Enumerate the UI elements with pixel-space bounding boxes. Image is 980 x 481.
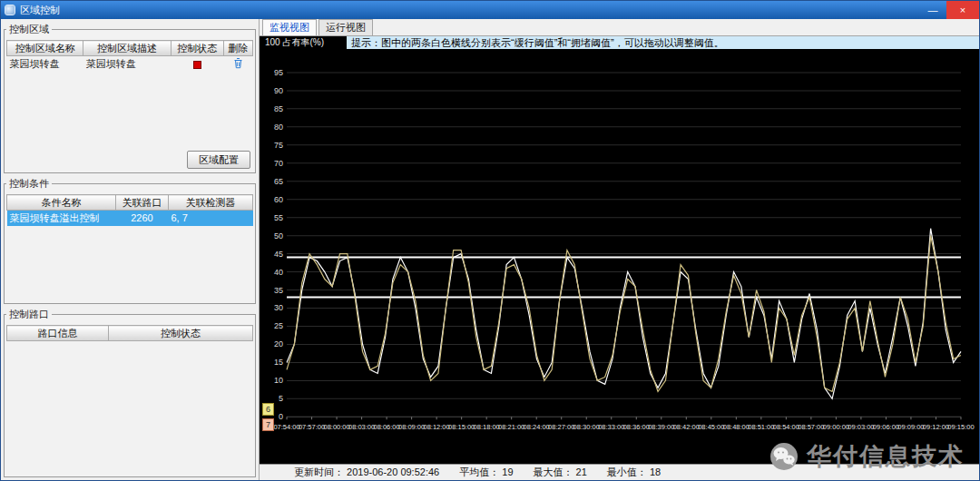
condition-name: 菜园坝转盘溢出控制 [7,211,116,226]
average-number: 19 [502,466,513,477]
x-tick-label: 08:12:00 [424,423,450,431]
min-value: 最小值： 18 [607,466,661,479]
control-junction-legend: 控制路口 [6,308,52,321]
control-region-group: 控制区域 控制区域名称控制区域描述控制状态删除 菜园坝转盘菜园坝转盘 区域配置 [4,23,256,173]
x-tick-label: 08:45:00 [698,423,724,431]
y-tick-label: 25 [274,322,283,331]
x-tick-label: 08:48:00 [723,423,750,431]
y-tick-label: 30 [274,304,283,313]
x-tick-label: 09:15:00 [947,423,974,431]
y-tick-label: 40 [274,268,283,277]
x-tick-label: 08:30:00 [573,423,600,431]
y-tick-label: 70 [274,159,283,168]
y-top-tick: 100 [265,37,280,47]
control-junction-table: 路口信息控制状态 [6,325,253,341]
x-tick-label: 08:57:00 [798,423,824,431]
y-tick-label: 55 [274,213,283,222]
control-condition-group: 控制条件 条件名称关联路口关联检测器 菜园坝转盘溢出控制22606, 7 [4,177,256,304]
x-tick-label: 08:27:00 [548,423,574,431]
x-tick-label: 08:18:00 [474,423,500,431]
x-tick-label: 08:42:00 [673,423,700,431]
x-tick-label: 09:03:00 [848,423,874,431]
delete-trash-icon[interactable] [233,57,243,69]
min-number: 18 [650,466,661,477]
y-tick-label: 95 [274,68,283,77]
region-row[interactable]: 菜园坝转盘菜园坝转盘 [7,56,253,72]
app-icon [5,5,15,15]
x-tick-label: 09:00:00 [823,423,849,431]
x-tick-label: 08:03:00 [348,423,375,431]
watermark-text: 华付信息技术 [807,440,965,473]
chart-area: 100 占有率(%) 提示：图中的两条白色横线分别表示“缓行阈值”和“拥堵阈值”… [260,35,979,480]
x-tick-label: 08:00:00 [323,423,349,431]
y-tick-label: 60 [274,195,283,204]
y-tick-label: 65 [274,177,283,186]
region-config-button[interactable]: 区域配置 [187,151,250,169]
max-label: 最大值： [534,466,576,477]
min-label: 最小值： [607,466,650,477]
threshold-hint: 提示：图中的两条白色横线分别表示“缓行阈值”和“拥堵阈值”，可以拖动以调整阈值。 [347,36,979,49]
control-region-table: 控制区域名称控制区域描述控制状态删除 菜园坝转盘菜园坝转盘 [6,40,253,72]
y-tick-label: 50 [274,231,283,240]
control-status-icon[interactable] [193,61,201,69]
tab-run-view[interactable]: 运行视图 [318,19,373,35]
x-tick-label: 09:12:00 [923,423,949,431]
tab-monitor-view[interactable]: 监视视图 [262,19,317,35]
y-tick-label: 5 [279,394,283,403]
close-button[interactable]: × [946,1,979,19]
wechat-logo-icon [769,441,801,472]
app-window: 区域控制 — × 控制区域 控制区域名称控制区域描述控制状态删除 菜园坝转盘菜园… [0,0,980,481]
average-value: 平均值： 19 [459,466,513,479]
x-tick-label: 08:51:00 [748,423,774,431]
y-tick-label: 15 [274,358,283,367]
junction-col-header: 路口信息 [7,326,109,341]
control-condition-table: 条件名称关联路口关联检测器 菜园坝转盘溢出控制22606, 7 [6,194,253,226]
detector-7-badge[interactable]: 7 [262,418,274,431]
condition-junction: 2260 [116,211,169,226]
x-tick-label: 08:21:00 [498,423,524,431]
average-label: 平均值： [459,466,502,477]
condition-col-header: 关联路口 [116,195,169,211]
y-tick-label: 45 [274,250,283,259]
y-tick-label: 0 [279,412,283,421]
right-panel: 监视视图运行视图 100 占有率(%) 提示：图中的两条白色横线分别表示“缓行阈… [260,19,979,480]
region-name: 菜园坝转盘 [7,56,83,72]
condition-col-header: 关联检测器 [169,195,253,211]
left-panel: 控制区域 控制区域名称控制区域描述控制状态删除 菜园坝转盘菜园坝转盘 区域配置 … [1,19,260,480]
condition-row[interactable]: 菜园坝转盘溢出控制22606, 7 [7,211,253,226]
x-tick-label: 08:36:00 [623,423,650,431]
detector-6-badge[interactable]: 6 [262,403,274,416]
x-tick-label: 08:33:00 [598,423,624,431]
y-tick-label: 75 [274,141,283,150]
y-tick-label: 90 [274,86,283,95]
max-number: 21 [576,466,587,477]
chart-header: 100 占有率(%) 提示：图中的两条白色横线分别表示“缓行阈值”和“拥堵阈值”… [260,36,979,49]
y-tick-label: 10 [274,376,283,385]
view-tabbar: 监视视图运行视图 [260,19,979,35]
y-axis-title: 占有率(%) [282,37,324,47]
control-junction-group: 控制路口 路口信息控制状态 [4,308,256,477]
x-tick-label: 09:06:00 [873,423,899,431]
region-col-header: 控制区域描述 [83,41,171,56]
x-tick-label: 08:39:00 [648,423,674,431]
minimize-button[interactable]: — [919,1,946,19]
x-tick-label: 08:15:00 [448,423,475,431]
watermark: 华付信息技术 [769,440,965,473]
y-tick-label: 85 [274,104,283,113]
series-line-检测器7 [287,236,961,392]
titlebar: 区域控制 — × [1,1,979,19]
y-tick-label: 80 [274,123,283,132]
y-tick-label: 20 [274,339,283,348]
x-tick-label: 08:06:00 [374,423,400,431]
region-col-header: 删除 [223,41,252,56]
x-tick-label: 07:57:00 [299,423,325,431]
x-tick-label: 08:24:00 [524,423,550,431]
update-time: 更新时间： 2019-06-20 09:52:46 [294,466,439,479]
max-value: 最大值： 21 [534,466,587,479]
region-col-header: 控制状态 [171,41,223,56]
update-time-value: 2019-06-20 09:52:46 [347,466,439,477]
junction-col-header: 控制状态 [109,326,253,341]
region-desc: 菜园坝转盘 [83,56,171,72]
window-title: 区域控制 [20,4,60,17]
control-condition-legend: 控制条件 [6,177,52,191]
